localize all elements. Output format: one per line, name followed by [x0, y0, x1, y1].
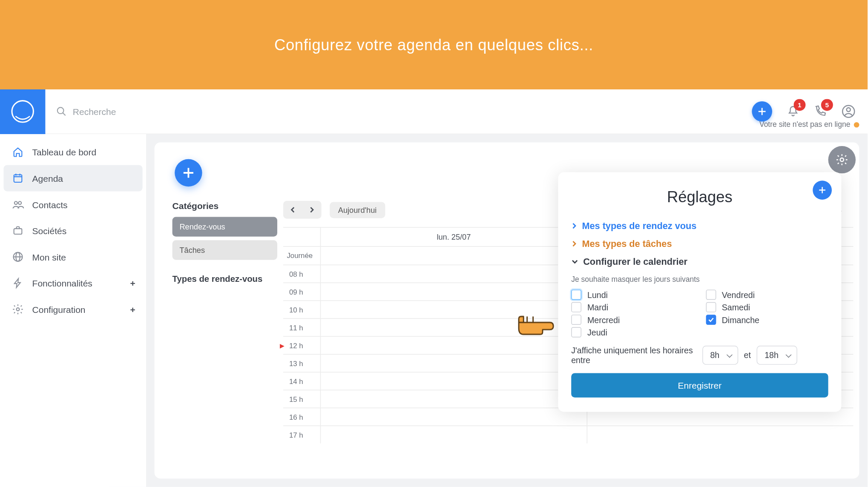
categories-heading: Catégories [172, 201, 277, 211]
checkbox-icon [706, 315, 716, 325]
logo-icon [9, 98, 36, 125]
sidebar-item-label: Fonctionnalités [32, 278, 92, 288]
time-label: 08 h [283, 265, 320, 283]
sidebar-item-configuration[interactable]: Configuration + [0, 296, 146, 323]
search-bar[interactable] [56, 106, 752, 117]
category-tab-rdv[interactable]: Rendez-vous [172, 217, 277, 237]
site-offline-status[interactable]: Votre site n'est pas en ligne [759, 120, 859, 129]
sidebar-item-features[interactable]: Fonctionnalités + [0, 270, 146, 296]
sidebar-item-agenda[interactable]: Agenda [3, 165, 142, 192]
sidebar-item-label: Mon site [32, 252, 66, 262]
chevron-down-icon [571, 258, 578, 265]
sidebar-item-label: Configuration [32, 304, 86, 315]
today-button[interactable]: Aujourd'hui [330, 202, 385, 218]
sidebar-item-companies[interactable]: Sociétés [0, 218, 146, 244]
category-tab-tasks[interactable]: Tâches [172, 240, 277, 260]
time-cell[interactable] [320, 426, 587, 444]
settings-link-rdv-types[interactable]: Mes types de rendez vous [571, 217, 828, 235]
day-checkbox-sat[interactable]: Samedi [706, 302, 828, 312]
allday-label: Journée [283, 247, 320, 265]
search-icon [56, 106, 67, 117]
chevron-right-icon [571, 223, 577, 229]
time-label: 14 h [283, 372, 320, 390]
time-label: 09 h [283, 283, 320, 301]
now-marker-icon: ▶ [280, 342, 285, 349]
add-button[interactable] [752, 101, 772, 122]
checkbox-icon [706, 289, 716, 300]
profile-button[interactable] [841, 104, 856, 119]
time-label: 17 h [283, 426, 320, 444]
day-checkbox-wed[interactable]: Mercredi [571, 315, 694, 325]
day-checkbox-tue[interactable]: Mardi [571, 302, 694, 312]
time-label: 15 h [283, 390, 320, 408]
sidebar-item-my-site[interactable]: Mon site [0, 244, 146, 270]
svg-point-11 [14, 201, 17, 204]
time-cell[interactable] [320, 390, 587, 408]
time-range-label: J'affiche uniquement les horaires entre [571, 346, 696, 365]
svg-point-17 [17, 308, 20, 311]
sidebar-item-dashboard[interactable]: Tableau de bord [0, 139, 146, 165]
allday-cell[interactable] [320, 247, 587, 265]
time-cell[interactable] [320, 265, 587, 283]
settings-add-button[interactable] [813, 180, 832, 200]
settings-link-task-types[interactable]: Mes types de tâches [571, 235, 828, 253]
sidebar-item-contacts[interactable]: Contacts [0, 191, 146, 218]
check-icon [707, 316, 714, 323]
promo-banner: Configurez votre agenda en quelques clic… [0, 0, 868, 89]
settings-link-configure-calendar[interactable]: Configurer le calendrier [571, 253, 828, 271]
sidebar-item-label: Agenda [32, 173, 63, 183]
agenda-settings-button[interactable] [828, 146, 856, 173]
time-start-select[interactable]: 8h [702, 346, 738, 365]
pointing-hand-icon [513, 310, 560, 343]
notifications-button[interactable]: 1 [787, 105, 800, 118]
prev-week-button[interactable] [283, 201, 302, 219]
time-end-select[interactable]: 18h [757, 346, 797, 365]
day-checkbox-fri[interactable]: Vendredi [706, 289, 828, 300]
checkbox-icon [571, 327, 581, 338]
time-cell[interactable] [320, 408, 587, 426]
plus-icon [182, 166, 195, 180]
time-cell[interactable] [320, 283, 587, 301]
day-checkbox-thu[interactable]: Jeudi [571, 327, 694, 338]
main-content: Catégories Rendez-vous Tâches Types de r… [146, 134, 868, 487]
sidebar-item-label: Contacts [32, 199, 68, 209]
day-checkbox-sun[interactable]: Dimanche [706, 315, 828, 325]
agenda-panel: Catégories Rendez-vous Tâches Types de r… [155, 143, 859, 479]
time-cell[interactable] [320, 355, 587, 372]
app-logo[interactable] [0, 89, 45, 134]
save-button[interactable]: Enregistrer [571, 373, 828, 397]
globe-icon [12, 251, 24, 263]
avatar-icon [841, 104, 856, 119]
categories-column: Catégories Rendez-vous Tâches Types de r… [155, 201, 283, 478]
day-header: lun. 25/07 [320, 228, 587, 246]
bolt-icon [12, 277, 24, 289]
expand-icon: + [130, 304, 135, 315]
time-label: 10 h [283, 301, 320, 318]
time-cell[interactable] [320, 372, 587, 390]
gear-icon [12, 304, 24, 315]
search-input[interactable] [73, 106, 252, 117]
time-cell[interactable] [587, 426, 854, 444]
svg-rect-7 [14, 175, 22, 182]
time-label: 12 h [283, 337, 320, 354]
checkbox-icon [571, 289, 581, 300]
sidebar-item-label: Sociétés [32, 226, 67, 236]
settings-panel: Réglages Mes types de rendez vous Mes ty… [558, 172, 841, 412]
svg-point-20 [840, 158, 844, 161]
calls-button[interactable]: 5 [814, 105, 827, 118]
svg-point-6 [847, 108, 851, 112]
time-label: 11 h [283, 319, 320, 336]
next-week-button[interactable] [302, 201, 322, 219]
appointment-types-heading: Types de rendez-vous [172, 274, 277, 284]
day-checkbox-mon[interactable]: Lundi [571, 289, 694, 300]
settings-title: Réglages [571, 188, 828, 206]
time-label: 13 h [283, 355, 320, 372]
plus-icon [818, 186, 827, 195]
hide-days-label: Je souhaite masquer les jours suivants [571, 275, 828, 284]
svg-rect-13 [14, 229, 22, 234]
site-offline-text: Votre site n'est pas en ligne [759, 120, 850, 129]
topbar: 1 5 Votre site n'est pas en ligne [0, 89, 868, 134]
add-event-button[interactable] [175, 159, 202, 186]
home-icon [12, 146, 24, 158]
chevron-right-icon [571, 241, 577, 247]
